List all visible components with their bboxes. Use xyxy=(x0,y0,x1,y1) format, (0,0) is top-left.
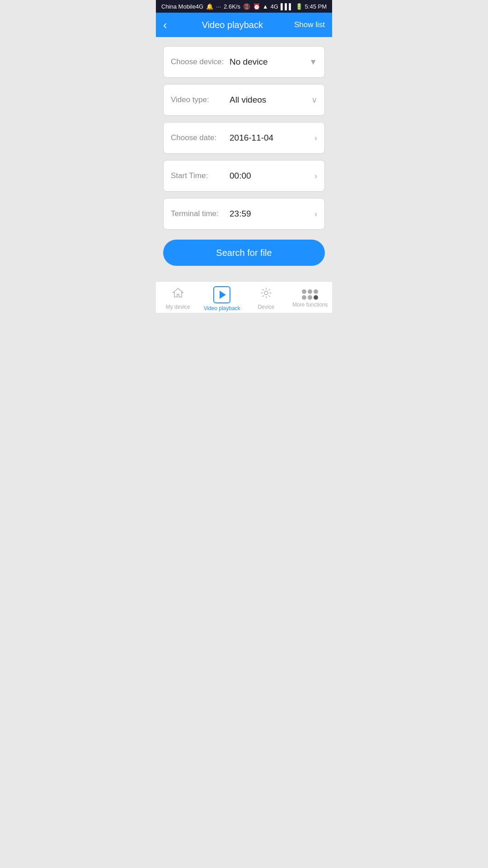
start-time-value: 00:00 xyxy=(230,171,314,181)
nav-label-video-playback: Video playback xyxy=(204,305,240,311)
nav-item-device[interactable]: Device xyxy=(244,282,288,313)
nav-item-my-device[interactable]: My device xyxy=(156,282,200,313)
svg-point-0 xyxy=(264,291,268,295)
show-list-button[interactable]: Show list xyxy=(294,20,325,29)
page-title: Video playback xyxy=(171,20,294,30)
status-carrier: China Mobile4G 🔔 ··· 2.6K/s 📵 ⏰ xyxy=(161,3,260,10)
date-value: 2016-11-04 xyxy=(230,133,314,143)
terminal-time-row[interactable]: Terminal time: 23:59 › xyxy=(163,198,325,230)
device-value: No device xyxy=(230,57,309,67)
nav-label-my-device: My device xyxy=(166,304,190,310)
more-functions-icon xyxy=(302,289,318,300)
play-icon xyxy=(213,286,230,303)
chevron-right-icon: › xyxy=(314,133,317,143)
start-time-label: Start Time: xyxy=(171,171,230,180)
back-button[interactable]: ‹ xyxy=(163,16,171,34)
gear-icon xyxy=(260,287,272,302)
main-content: Choose device: No device ▼ Video type: A… xyxy=(156,37,332,281)
bottom-navigation: My device Video playback Device xyxy=(156,281,332,313)
choose-device-row[interactable]: Choose device: No device ▼ xyxy=(163,46,325,78)
device-label: Choose device: xyxy=(171,57,230,66)
status-bar: China Mobile4G 🔔 ··· 2.6K/s 📵 ⏰ ▲ 4G ▌▌▌… xyxy=(156,0,332,13)
nav-item-video-playback[interactable]: Video playback xyxy=(200,282,244,313)
dropdown-icon: ▼ xyxy=(309,57,317,67)
chevron-right-icon-3: › xyxy=(314,209,317,219)
video-type-row[interactable]: Video type: All videos ∨ xyxy=(163,84,325,116)
status-right: ▲ 4G ▌▌▌ 🔋 5:45 PM xyxy=(263,3,327,10)
home-icon xyxy=(172,287,184,302)
nav-item-more-functions[interactable]: More functions xyxy=(288,282,333,313)
start-time-row[interactable]: Start Time: 00:00 › xyxy=(163,160,325,192)
choose-date-row[interactable]: Choose date: 2016-11-04 › xyxy=(163,122,325,154)
chevron-right-icon-2: › xyxy=(314,171,317,181)
terminal-time-value: 23:59 xyxy=(230,209,314,219)
search-for-file-button[interactable]: Search for file xyxy=(163,240,325,266)
terminal-time-label: Terminal time: xyxy=(171,209,230,218)
video-type-value: All videos xyxy=(230,95,311,105)
date-label: Choose date: xyxy=(171,133,230,142)
nav-label-device: Device xyxy=(258,304,274,310)
header: ‹ Video playback Show list xyxy=(156,13,332,37)
nav-label-more-functions: More functions xyxy=(292,302,328,308)
video-type-label: Video type: xyxy=(171,95,230,104)
chevron-down-icon: ∨ xyxy=(311,95,317,105)
